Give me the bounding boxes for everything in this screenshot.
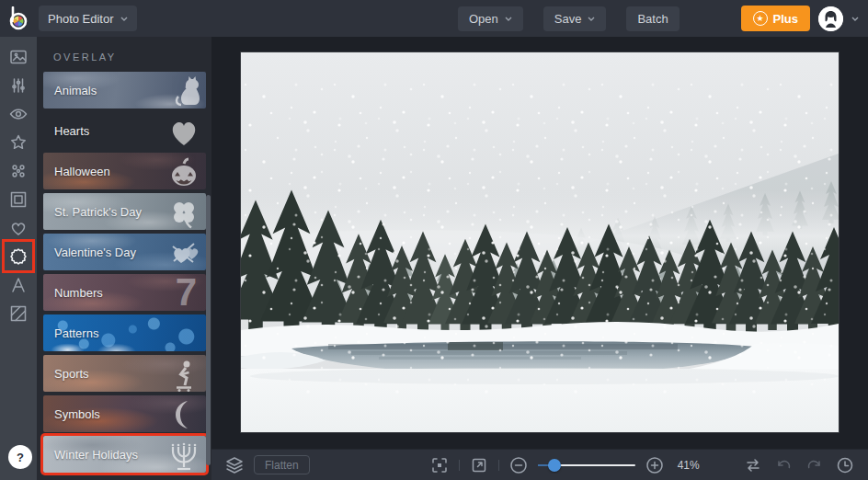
heart-icon — [166, 114, 202, 149]
overlay-category-animals[interactable]: Animals — [43, 72, 206, 109]
graphics-icon — [8, 218, 29, 238]
befunky-logo[interactable] — [0, 0, 37, 37]
category-label: Numbers — [54, 286, 103, 300]
category-label: Animals — [54, 84, 97, 97]
panel-title: OVERLAY — [53, 51, 211, 63]
effects-icon — [8, 132, 29, 153]
category-label: Symbols — [54, 407, 100, 421]
category-label: Winter Holidays — [54, 448, 138, 462]
top-bar: Photo Editor Open Save Batch ★ Plus — [0, 0, 868, 37]
overlay-category-winter[interactable]: Winter Holidays — [43, 436, 206, 473]
sidebar-tool-textures[interactable] — [0, 299, 37, 327]
overlays-icon — [8, 246, 29, 267]
chevron-down-icon[interactable] — [851, 17, 859, 21]
overlay-category-patterns[interactable]: Patterns — [43, 314, 206, 351]
text-icon — [8, 275, 29, 295]
app-menu-dropdown[interactable]: Photo Editor — [39, 6, 137, 31]
category-label: Sports — [54, 367, 89, 381]
zoom-slider[interactable] — [538, 464, 635, 466]
valentine-icon — [166, 235, 202, 270]
photo-canvas[interactable] — [241, 52, 839, 432]
overlay-category-valentine[interactable]: Valentine's Day — [43, 234, 206, 270]
category-label: Hearts — [54, 124, 89, 138]
chevron-down-icon — [588, 17, 595, 21]
sidebar-tool-list — [0, 37, 37, 327]
sidebar-tool-overlays[interactable] — [0, 242, 37, 270]
adjust-icon — [8, 75, 29, 96]
fit-to-screen-icon[interactable] — [428, 453, 451, 477]
category-label: St. Patrick's Day — [54, 205, 142, 219]
chevron-down-icon — [505, 17, 512, 21]
artsy-icon — [8, 161, 29, 181]
pumpkin-icon — [166, 154, 202, 189]
sidebar-tool-effects[interactable] — [0, 128, 37, 156]
app-menu-label: Photo Editor — [48, 12, 114, 26]
divider — [459, 460, 460, 471]
moon-icon — [166, 397, 202, 432]
overlay-category-list: AnimalsHeartsHalloweenSt. Patrick's DayV… — [37, 72, 211, 473]
overlay-category-stpatrick[interactable]: St. Patrick's Day — [43, 193, 206, 230]
overlay-category-hearts[interactable]: Hearts — [43, 112, 206, 149]
sidebar-tool-artsy[interactable] — [0, 156, 37, 185]
bottom-toolbar: Flatten 41% — [211, 449, 868, 480]
canvas-area — [211, 37, 868, 449]
overlay-category-numbers[interactable]: Numbers7 — [43, 274, 206, 311]
overlay-category-symbols[interactable]: Symbols — [43, 395, 206, 432]
skater-icon — [166, 357, 202, 392]
user-avatar[interactable] — [818, 6, 843, 31]
open-button[interactable]: Open — [458, 6, 523, 31]
compare-icon[interactable] — [741, 453, 765, 477]
sidebar-tool-text[interactable] — [0, 270, 37, 299]
layers-icon[interactable] — [223, 453, 246, 477]
sidebar-tool-touchup[interactable] — [0, 99, 37, 128]
overlay-panel: OVERLAY AnimalsHeartsHalloweenSt. Patric… — [37, 37, 211, 480]
textures-icon — [8, 303, 29, 324]
flatten-button[interactable]: Flatten — [254, 455, 310, 474]
category-label: Halloween — [54, 165, 110, 178]
sidebar-tool-adjust[interactable] — [0, 71, 37, 99]
touchup-icon — [8, 104, 29, 124]
zoom-out-icon[interactable] — [507, 453, 531, 477]
category-label: Valentine's Day — [54, 246, 136, 259]
help-button[interactable]: ? — [8, 445, 32, 469]
clover-icon — [166, 195, 202, 230]
seven-glyph: 7 — [176, 274, 197, 311]
open-resize-icon[interactable] — [467, 453, 491, 477]
history-icon[interactable] — [833, 453, 857, 477]
sidebar-tool-graphics[interactable] — [0, 213, 37, 242]
panel-scrollbar[interactable] — [206, 195, 211, 465]
sidebar-tool-image[interactable] — [0, 42, 37, 71]
sidebar-tool-frames[interactable] — [0, 185, 37, 213]
image-icon — [8, 47, 29, 67]
frames-icon — [8, 189, 29, 210]
overlay-category-sports[interactable]: Sports — [43, 355, 206, 392]
category-label: Patterns — [54, 326, 98, 340]
chevron-down-icon — [120, 17, 128, 21]
zoom-slider-fill — [538, 464, 548, 466]
cat-icon — [166, 74, 202, 109]
save-button[interactable]: Save — [543, 6, 607, 31]
overlay-category-halloween[interactable]: Halloween — [43, 153, 206, 189]
zoom-slider-handle[interactable] — [548, 459, 561, 472]
undo-icon[interactable] — [772, 453, 796, 477]
divider — [498, 460, 499, 471]
zoom-percentage: 41% — [678, 459, 714, 472]
batch-button[interactable]: Batch — [626, 6, 679, 31]
main-sidebar: ? — [0, 37, 37, 480]
star-icon: ★ — [753, 11, 768, 26]
menorah-icon — [166, 438, 202, 473]
redo-icon[interactable] — [802, 453, 826, 477]
plus-upgrade-button[interactable]: ★ Plus — [741, 6, 810, 31]
zoom-in-icon[interactable] — [643, 453, 667, 477]
